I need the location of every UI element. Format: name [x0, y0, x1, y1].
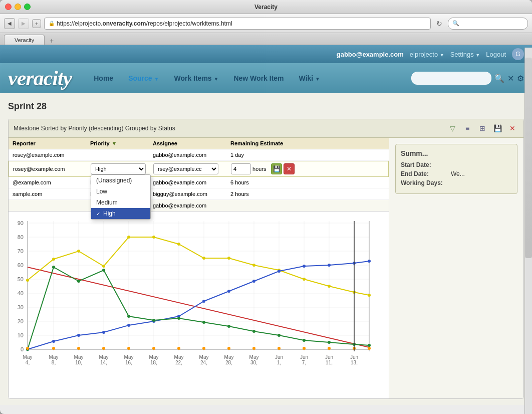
new-tab-button[interactable]: + [47, 37, 57, 45]
svg-point-76 [252, 330, 255, 333]
svg-point-60 [227, 290, 230, 293]
project-dropdown[interactable]: elprojecto ▼ [410, 51, 444, 58]
nav-search-options-icon[interactable]: ⚙ [517, 74, 524, 83]
titlebar: Veracity [0, 0, 532, 14]
start-date-label: Start Date: [401, 161, 451, 168]
assignee-select[interactable]: rsey@example.cc gabbo@example.com bigguy… [153, 163, 218, 174]
save-view-icon[interactable]: 💾 [491, 122, 503, 134]
option-high[interactable]: ✓ High [91, 208, 150, 219]
nav-new-work-item[interactable]: New Work Item [226, 71, 291, 85]
filter-description: Milestone Sorted by Priority (descending… [14, 125, 442, 132]
window-title: Veracity [254, 4, 278, 11]
table-row: rosey@example.com gabbo@example.com 1 da… [9, 149, 389, 161]
top-bar: gabbo@example.com elprojecto ▼ Settings … [0, 45, 532, 63]
svg-text:4,: 4, [26, 360, 30, 365]
table-row-editing: rosey@example.com (Unassigned) Low Mediu… [9, 161, 389, 177]
row3-reporter: @example.com [13, 179, 90, 185]
app-logo: veracity [8, 66, 72, 90]
minimize-button[interactable] [15, 4, 21, 10]
nav-source[interactable]: Source ▼ [121, 71, 166, 85]
close-view-icon[interactable]: ✕ [506, 122, 518, 134]
browser-toolbar: ◀ ▶ + 🔒 https://elprojecto.onveracity.co… [0, 14, 532, 33]
forward-button[interactable]: ▶ [18, 18, 29, 29]
svg-point-63 [303, 265, 306, 268]
browser-window: Veracity ◀ ▶ + 🔒 https://elprojecto.onve… [0, 0, 532, 414]
settings-link[interactable]: Settings ▼ [450, 51, 480, 58]
chart-container: 90 80 70 60 50 40 30 20 10 0 [9, 212, 389, 382]
svg-text:Jun: Jun [350, 354, 358, 360]
svg-text:40: 40 [18, 290, 24, 296]
svg-text:May: May [124, 354, 134, 360]
row2-assignee-cell: rsey@example.cc gabbo@example.com bigguy… [153, 163, 231, 174]
scrollbar[interactable] [524, 48, 532, 414]
lock-icon: 🔒 [49, 21, 55, 26]
hours-label: hours [252, 166, 267, 172]
svg-point-94 [328, 347, 331, 350]
chart-area: Reporter Priority ▼ Assignee Remaining E… [9, 138, 389, 398]
option-unassigned[interactable]: (Unassigned) [91, 175, 150, 186]
main-content: Sprint 28 Milestone Sorted by Priority (… [0, 93, 532, 405]
svg-point-84 [77, 347, 80, 350]
table-row: gabbo@example.com [9, 200, 389, 212]
back-button[interactable]: ◀ [4, 18, 15, 29]
svg-point-40 [102, 265, 105, 268]
svg-point-78 [303, 339, 306, 342]
svg-text:11,: 11, [326, 360, 333, 365]
svg-text:20: 20 [18, 318, 24, 324]
browser-tab[interactable]: Veracity [4, 35, 45, 45]
nav-search-input[interactable] [411, 72, 491, 85]
svg-point-56 [127, 324, 130, 327]
start-date-row: Start Date: [401, 161, 512, 168]
search-icon: 🔍 [452, 20, 459, 27]
col-reporter-header: Reporter [13, 140, 90, 146]
svg-text:10: 10 [18, 332, 24, 338]
scrollbar-thumb[interactable] [525, 58, 532, 258]
logout-link[interactable]: Logout [486, 51, 506, 58]
svg-point-48 [303, 278, 306, 281]
columns-icon[interactable]: ≡ [461, 122, 473, 134]
browser-search-bar[interactable]: 🔍 [448, 18, 528, 30]
option-low[interactable]: Low [91, 186, 150, 197]
table-row: @example.com Medium gabbo@example.com 6 … [9, 177, 389, 188]
working-days-label: Working Days: [401, 179, 451, 186]
priority-select[interactable]: (Unassigned) Low Medium High [91, 163, 146, 174]
row5-assignee: gabbo@example.com [153, 202, 230, 209]
svg-text:1,: 1, [277, 360, 281, 365]
col-estimate-header: Remaining Estimate [230, 140, 291, 146]
address-bar[interactable]: 🔒 https://elprojecto.onveracity.com/repo… [44, 18, 431, 30]
svg-text:80: 80 [18, 234, 24, 240]
nav-search-clear-icon[interactable]: ✕ [507, 74, 514, 83]
nav-home[interactable]: Home [87, 71, 120, 85]
header-actions: ▽ ≡ ⊞ 💾 ✕ [446, 122, 518, 134]
nav-wiki[interactable]: Wiki ▼ [292, 71, 327, 85]
priority-sort-icon: ▼ [112, 140, 117, 146]
svg-text:22,: 22, [175, 360, 182, 365]
option-medium[interactable]: Medium [91, 197, 150, 208]
save-row-button[interactable]: 💾 [271, 163, 282, 174]
svg-point-92 [278, 347, 281, 350]
svg-point-71 [127, 315, 130, 318]
filter-icon[interactable]: ▽ [446, 122, 458, 134]
new-tab-small-button[interactable]: + [32, 19, 41, 28]
group-icon[interactable]: ⊞ [476, 122, 488, 134]
svg-point-87 [152, 347, 155, 350]
svg-point-70 [102, 269, 105, 272]
estimate-input[interactable] [231, 163, 251, 174]
nav-search-icon[interactable]: 🔍 [494, 74, 504, 83]
svg-point-75 [227, 325, 230, 328]
svg-point-38 [52, 258, 55, 261]
nav-search: 🔍 ✕ ⚙ [411, 72, 524, 85]
svg-text:May: May [149, 354, 159, 360]
close-button[interactable] [5, 4, 12, 10]
maximize-button[interactable] [24, 4, 31, 10]
refresh-button[interactable]: ↻ [434, 18, 445, 29]
svg-text:May: May [49, 354, 59, 360]
svg-point-39 [77, 250, 80, 253]
cancel-row-button[interactable]: ✕ [284, 163, 295, 174]
svg-text:90: 90 [18, 220, 24, 226]
svg-point-79 [328, 341, 331, 344]
row2-actions: 💾 ✕ [271, 163, 295, 174]
nav-work-items[interactable]: Work Items ▼ [167, 71, 225, 85]
col-priority-header: Priority ▼ [90, 140, 153, 146]
svg-point-72 [152, 319, 155, 322]
